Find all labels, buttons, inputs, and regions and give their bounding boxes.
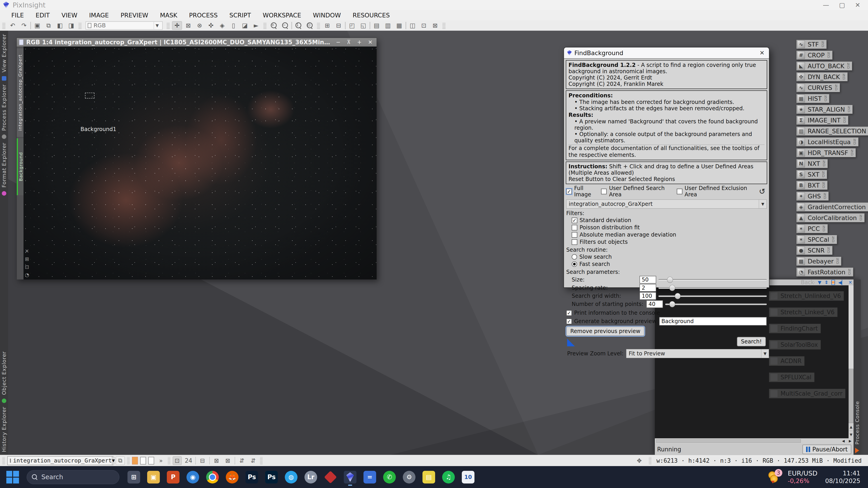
- param-spacing-value[interactable]: 2: [640, 284, 656, 292]
- process-shortcut[interactable]: N NXT ND: [796, 159, 828, 168]
- sidebar-tab-process-explorer[interactable]: Process Explorer: [1, 84, 7, 131]
- toolbar-divider[interactable]: [30, 22, 31, 29]
- taskbar-app-calendar[interactable]: 10: [462, 471, 474, 484]
- close-console-icon[interactable]: ✕: [848, 280, 852, 285]
- currency-widget[interactable]: EUR/USD -0,26%: [788, 469, 817, 485]
- workspace-swatch-active[interactable]: [132, 457, 138, 464]
- scroll-left-arrow-icon[interactable]: ◀: [840, 439, 847, 443]
- taskbar-clock[interactable]: 11:41 08/10/2025: [825, 469, 860, 485]
- close-previews-icon[interactable]: ⊠: [223, 456, 232, 465]
- menu-item[interactable]: RESOURCES: [347, 10, 396, 20]
- taskbar-app-express[interactable]: ◍: [285, 471, 298, 484]
- shade-image-icon[interactable]: ⊼: [345, 39, 352, 45]
- drag-handle[interactable]: [166, 22, 170, 29]
- redo-icon[interactable]: ↷: [19, 21, 29, 30]
- grid-toggle-icon[interactable]: ⊞: [25, 256, 29, 262]
- bit-depth-icon[interactable]: 24: [184, 456, 193, 465]
- preview-name-field[interactable]: [659, 317, 767, 326]
- dialog-titlebar[interactable]: FindBackground ✕: [564, 47, 769, 59]
- param-grid-width-slider[interactable]: [658, 293, 767, 299]
- checkbox-icon[interactable]: [572, 225, 577, 230]
- taskbar-app-sticky-notes[interactable]: ▤: [423, 471, 435, 484]
- tab-background-preview[interactable]: Background: [17, 138, 24, 195]
- duplicate-image-icon[interactable]: ⧉: [43, 21, 54, 30]
- currency-widget-icon[interactable]: 3: [768, 471, 780, 484]
- drag-handle[interactable]: [2, 22, 5, 29]
- view-explorer-icon[interactable]: [2, 76, 6, 80]
- menu-item[interactable]: WINDOW: [307, 10, 347, 20]
- process-shortcut[interactable]: ✦ GHS ND: [796, 192, 829, 201]
- edit-preview-icon[interactable]: ◪: [240, 21, 250, 30]
- scroll-down-icon[interactable]: ▼: [818, 280, 821, 285]
- console-vertical-scrollbar[interactable]: ▲ ▼: [848, 285, 854, 438]
- preview-zoom-combo[interactable]: Fit to Preview ▼: [626, 349, 769, 358]
- dynamic-crop-icon[interactable]: ⊠: [183, 21, 193, 30]
- zoom-in-icon[interactable]: +: [269, 21, 279, 30]
- object-explorer-icon[interactable]: [2, 398, 6, 403]
- expand-top-icon[interactable]: ◰: [347, 21, 357, 30]
- checkbox-icon[interactable]: [677, 189, 682, 194]
- workspace-swatch[interactable]: [148, 457, 154, 464]
- close-image-icon[interactable]: ✕: [366, 39, 374, 45]
- filter-filters-out-objects[interactable]: Filters out objects: [572, 239, 767, 245]
- pan-tool-icon[interactable]: ✛: [172, 21, 182, 30]
- zoom-mode-icon[interactable]: ⊡: [25, 264, 29, 270]
- close-window-icon[interactable]: ✕: [855, 1, 860, 9]
- workspace-swatch[interactable]: [140, 457, 146, 464]
- scroll-down-arrow-icon[interactable]: ▼: [848, 431, 854, 438]
- process-shortcut[interactable]: ◔ FastRotation ND: [796, 267, 853, 276]
- tab-main-view[interactable]: integration_autocrop_GraXpert: [17, 48, 24, 137]
- menu-item[interactable]: VIEW: [56, 10, 83, 20]
- taskbar-search[interactable]: Search: [27, 470, 119, 484]
- drag-handle[interactable]: [168, 457, 170, 464]
- menu-item[interactable]: MASK: [154, 10, 183, 20]
- filter-poisson-fit[interactable]: Poisson distribution fit: [572, 224, 767, 231]
- upload-view-icon[interactable]: ⇵: [237, 456, 246, 465]
- dock-right-icon[interactable]: ⊡: [419, 21, 429, 30]
- menu-item[interactable]: IMAGE: [83, 10, 115, 20]
- scroll-right-arrow-icon[interactable]: ▶: [847, 439, 854, 443]
- console-horizontal-scrollbar[interactable]: ◀ ▶: [655, 438, 854, 444]
- user-search-area-checkbox[interactable]: User Defined Search Area: [601, 185, 677, 198]
- center-view-icon[interactable]: ⊗: [195, 21, 205, 30]
- image-canvas[interactable]: Background1 ✕ ⊞ ⊡ ◔: [24, 46, 377, 280]
- toolbar-divider[interactable]: [405, 22, 406, 29]
- channel-selector-combo[interactable]: RGB ▼: [86, 22, 162, 30]
- menu-item[interactable]: WORKSPACE: [257, 10, 307, 20]
- process-console-tab[interactable]: Process Console: [855, 401, 860, 445]
- checkbox-checked-icon[interactable]: ✓: [566, 189, 572, 194]
- chevron-down-icon[interactable]: ▼: [761, 349, 769, 358]
- chevron-down-icon[interactable]: ▼: [154, 22, 160, 29]
- screen-display-icon[interactable]: ⊡: [173, 456, 182, 465]
- expand-bottom-icon[interactable]: ◱: [358, 21, 368, 30]
- select-cursor-icon[interactable]: ►: [251, 21, 261, 30]
- grid-icon[interactable]: ▦: [394, 21, 404, 30]
- checkbox-checked-icon[interactable]: ✓: [572, 218, 577, 223]
- image-window[interactable]: RGB 1:4 integration_autocrop_GraXpert | …: [17, 38, 377, 280]
- dock-console-icon[interactable]: [831, 280, 835, 285]
- cascade-windows-icon[interactable]: ⊟: [334, 21, 344, 30]
- target-view-combo[interactable]: integration_autocrop_GraXpert ▼: [566, 199, 767, 208]
- iconize-image-icon[interactable]: −: [334, 39, 342, 45]
- menu-item[interactable]: SCRIPT: [223, 10, 257, 20]
- findbackground-dialog[interactable]: FindBackground ✕ FindBackground 1.2.2 - …: [563, 47, 770, 288]
- close-dialog-icon[interactable]: ✕: [758, 50, 766, 56]
- scrollbar-thumb[interactable]: [848, 369, 854, 423]
- process-shortcut[interactable]: S SXT ND: [796, 170, 827, 179]
- zoom-fit-icon[interactable]: ⊡: [305, 21, 315, 30]
- checkbox-checked-icon[interactable]: ✓: [566, 310, 572, 316]
- move-tool-icon[interactable]: ✜: [206, 21, 216, 30]
- process-shortcut[interactable]: ◑ LocalHistEqua ND: [796, 137, 859, 147]
- new-image-icon[interactable]: ▣: [32, 21, 42, 30]
- active-view-selector[interactable]: integration_autocrop_GraXpert ▼: [7, 456, 114, 465]
- taskbar-app-settings[interactable]: ⚙: [403, 471, 415, 484]
- zoom-image-icon[interactable]: +: [355, 39, 364, 45]
- process-shortcut[interactable]: ● SCNR ND: [796, 246, 833, 255]
- filter-abs-median-avg-deviation[interactable]: Absolute median average deviation: [572, 232, 767, 238]
- routine-slow-search[interactable]: Slow search: [572, 254, 767, 260]
- taskbar-app-photoshop-beta[interactable]: Ps: [246, 471, 258, 484]
- process-shortcut[interactable]: ▲ ColorCalibration ND: [796, 213, 865, 222]
- minimize-window-icon[interactable]: —: [823, 1, 829, 9]
- param-size-slider[interactable]: [658, 276, 767, 283]
- close-preview-icon[interactable]: ✕: [25, 248, 29, 254]
